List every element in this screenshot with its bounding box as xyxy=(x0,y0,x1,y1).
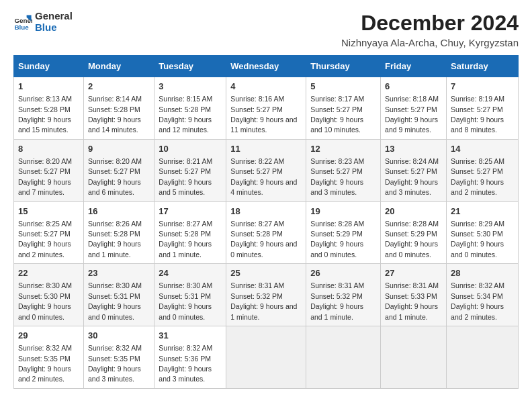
day-number: 23 xyxy=(88,267,150,279)
calendar-cell: 4Sunrise: 8:16 AMSunset: 5:27 PMDaylight… xyxy=(226,77,306,140)
day-number: 16 xyxy=(88,205,150,218)
day-number: 13 xyxy=(385,143,442,155)
day-number: 7 xyxy=(451,81,514,93)
calendar-week-row: 8Sunrise: 8:20 AMSunset: 5:27 PMDaylight… xyxy=(14,139,519,201)
cell-info: Sunrise: 8:14 AMSunset: 5:28 PMDaylight:… xyxy=(88,95,142,134)
day-number: 14 xyxy=(451,143,514,155)
calendar-cell: 10Sunrise: 8:21 AMSunset: 5:27 PMDayligh… xyxy=(154,139,226,201)
calendar-cell: 17Sunrise: 8:27 AMSunset: 5:28 PMDayligh… xyxy=(154,201,226,264)
cell-info: Sunrise: 8:25 AMSunset: 5:27 PMDaylight:… xyxy=(18,220,72,259)
logo-icon: General Blue xyxy=(13,13,32,32)
calendar-cell: 16Sunrise: 8:26 AMSunset: 5:28 PMDayligh… xyxy=(84,201,154,264)
day-number: 1 xyxy=(18,81,79,93)
day-number: 28 xyxy=(451,267,514,279)
calendar-cell: 6Sunrise: 8:18 AMSunset: 5:27 PMDaylight… xyxy=(381,77,447,140)
calendar-cell xyxy=(306,326,381,389)
calendar-week-row: 22Sunrise: 8:30 AMSunset: 5:30 PMDayligh… xyxy=(14,264,519,326)
calendar-cell xyxy=(447,326,519,389)
day-number: 17 xyxy=(159,205,222,218)
cell-info: Sunrise: 8:18 AMSunset: 5:27 PMDaylight:… xyxy=(385,95,439,134)
calendar-cell: 18Sunrise: 8:27 AMSunset: 5:28 PMDayligh… xyxy=(226,201,306,264)
cell-info: Sunrise: 8:27 AMSunset: 5:28 PMDaylight:… xyxy=(159,220,212,259)
cell-info: Sunrise: 8:24 AMSunset: 5:27 PMDaylight:… xyxy=(385,157,439,196)
calendar-cell: 8Sunrise: 8:20 AMSunset: 5:27 PMDaylight… xyxy=(14,139,84,201)
calendar-cell: 24Sunrise: 8:30 AMSunset: 5:31 PMDayligh… xyxy=(154,264,226,326)
column-header-friday: Friday xyxy=(381,56,447,77)
day-number: 22 xyxy=(18,267,79,279)
calendar-cell: 28Sunrise: 8:32 AMSunset: 5:34 PMDayligh… xyxy=(447,264,519,326)
title-block: December 2024 Nizhnyaya Ala-Archa, Chuy,… xyxy=(341,11,519,48)
column-header-sunday: Sunday xyxy=(14,56,84,77)
logo: General Blue General Blue xyxy=(13,11,73,33)
cell-info: Sunrise: 8:13 AMSunset: 5:28 PMDaylight:… xyxy=(18,95,72,134)
column-header-wednesday: Wednesday xyxy=(226,56,306,77)
day-number: 20 xyxy=(385,205,442,218)
calendar-week-row: 1Sunrise: 8:13 AMSunset: 5:28 PMDaylight… xyxy=(14,77,519,140)
calendar-cell: 30Sunrise: 8:32 AMSunset: 5:35 PMDayligh… xyxy=(84,326,154,389)
day-number: 26 xyxy=(310,267,376,279)
cell-info: Sunrise: 8:29 AMSunset: 5:30 PMDaylight:… xyxy=(451,220,504,259)
page-header: General Blue General Blue December 2024 … xyxy=(13,11,519,48)
cell-info: Sunrise: 8:30 AMSunset: 5:30 PMDaylight:… xyxy=(18,281,72,320)
cell-info: Sunrise: 8:20 AMSunset: 5:27 PMDaylight:… xyxy=(88,157,142,196)
cell-info: Sunrise: 8:30 AMSunset: 5:31 PMDaylight:… xyxy=(159,281,212,320)
subtitle: Nizhnyaya Ala-Archa, Chuy, Kyrgyzstan xyxy=(341,37,519,48)
column-header-thursday: Thursday xyxy=(306,56,381,77)
cell-info: Sunrise: 8:15 AMSunset: 5:28 PMDaylight:… xyxy=(159,95,212,134)
cell-info: Sunrise: 8:16 AMSunset: 5:27 PMDaylight:… xyxy=(230,95,297,134)
cell-info: Sunrise: 8:28 AMSunset: 5:29 PMDaylight:… xyxy=(310,220,364,259)
calendar-cell: 12Sunrise: 8:23 AMSunset: 5:27 PMDayligh… xyxy=(306,139,381,201)
day-number: 19 xyxy=(310,205,376,218)
column-header-saturday: Saturday xyxy=(447,56,519,77)
cell-info: Sunrise: 8:27 AMSunset: 5:28 PMDaylight:… xyxy=(230,220,297,259)
day-number: 12 xyxy=(310,143,376,155)
cell-info: Sunrise: 8:17 AMSunset: 5:27 PMDaylight:… xyxy=(310,95,364,134)
calendar-cell: 20Sunrise: 8:28 AMSunset: 5:29 PMDayligh… xyxy=(381,201,447,264)
calendar-cell: 11Sunrise: 8:22 AMSunset: 5:27 PMDayligh… xyxy=(226,139,306,201)
cell-info: Sunrise: 8:32 AMSunset: 5:36 PMDaylight:… xyxy=(159,344,212,383)
calendar-cell: 5Sunrise: 8:17 AMSunset: 5:27 PMDaylight… xyxy=(306,77,381,140)
svg-text:Blue: Blue xyxy=(14,24,29,31)
cell-info: Sunrise: 8:32 AMSunset: 5:35 PMDaylight:… xyxy=(18,344,72,383)
day-number: 30 xyxy=(88,330,150,342)
day-number: 11 xyxy=(230,143,302,155)
calendar-cell: 27Sunrise: 8:31 AMSunset: 5:33 PMDayligh… xyxy=(381,264,447,326)
day-number: 4 xyxy=(230,81,302,93)
day-number: 5 xyxy=(310,81,376,93)
calendar-cell: 22Sunrise: 8:30 AMSunset: 5:30 PMDayligh… xyxy=(14,264,84,326)
calendar-cell: 7Sunrise: 8:19 AMSunset: 5:27 PMDaylight… xyxy=(447,77,519,140)
day-number: 29 xyxy=(18,330,79,342)
calendar-cell xyxy=(381,326,447,389)
day-number: 21 xyxy=(451,205,514,218)
cell-info: Sunrise: 8:32 AMSunset: 5:34 PMDaylight:… xyxy=(451,281,504,320)
day-number: 18 xyxy=(230,205,302,218)
day-number: 27 xyxy=(385,267,442,279)
day-number: 2 xyxy=(88,81,150,93)
cell-info: Sunrise: 8:31 AMSunset: 5:32 PMDaylight:… xyxy=(310,281,364,320)
calendar-cell xyxy=(226,326,306,389)
calendar-cell: 2Sunrise: 8:14 AMSunset: 5:28 PMDaylight… xyxy=(84,77,154,140)
day-number: 24 xyxy=(159,267,222,279)
calendar-cell: 29Sunrise: 8:32 AMSunset: 5:35 PMDayligh… xyxy=(14,326,84,389)
day-number: 15 xyxy=(18,205,79,218)
calendar-header-row: SundayMondayTuesdayWednesdayThursdayFrid… xyxy=(14,56,519,77)
day-number: 6 xyxy=(385,81,442,93)
day-number: 3 xyxy=(159,81,222,93)
calendar-cell: 13Sunrise: 8:24 AMSunset: 5:27 PMDayligh… xyxy=(381,139,447,201)
calendar-cell: 15Sunrise: 8:25 AMSunset: 5:27 PMDayligh… xyxy=(14,201,84,264)
calendar-cell: 9Sunrise: 8:20 AMSunset: 5:27 PMDaylight… xyxy=(84,139,154,201)
cell-info: Sunrise: 8:26 AMSunset: 5:28 PMDaylight:… xyxy=(88,220,142,259)
main-title: December 2024 xyxy=(341,11,519,36)
calendar-cell: 14Sunrise: 8:25 AMSunset: 5:27 PMDayligh… xyxy=(447,139,519,201)
day-number: 25 xyxy=(230,267,302,279)
cell-info: Sunrise: 8:25 AMSunset: 5:27 PMDaylight:… xyxy=(451,157,504,196)
day-number: 9 xyxy=(88,143,150,155)
column-header-monday: Monday xyxy=(84,56,154,77)
calendar-week-row: 15Sunrise: 8:25 AMSunset: 5:27 PMDayligh… xyxy=(14,201,519,264)
calendar-cell: 31Sunrise: 8:32 AMSunset: 5:36 PMDayligh… xyxy=(154,326,226,389)
calendar-cell: 3Sunrise: 8:15 AMSunset: 5:28 PMDaylight… xyxy=(154,77,226,140)
cell-info: Sunrise: 8:32 AMSunset: 5:35 PMDaylight:… xyxy=(88,344,142,383)
cell-info: Sunrise: 8:21 AMSunset: 5:27 PMDaylight:… xyxy=(159,157,212,196)
cell-info: Sunrise: 8:31 AMSunset: 5:33 PMDaylight:… xyxy=(385,281,439,320)
day-number: 8 xyxy=(18,143,79,155)
